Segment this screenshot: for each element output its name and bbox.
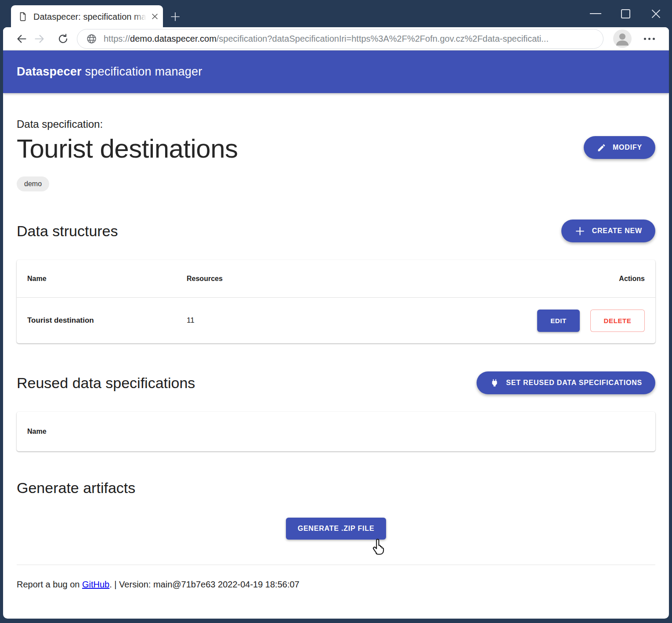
page-content: Data specification: Tourist destinations… <box>3 93 669 607</box>
table-header-row: Name Resources Actions <box>17 260 655 297</box>
footer-text: Report a bug on GitHub. | Version: main@… <box>17 580 655 607</box>
column-resources: Resources <box>187 275 619 283</box>
edit-button[interactable]: EDIT <box>537 310 580 332</box>
url-text: https://demo.dataspecer.com/specificatio… <box>104 34 549 44</box>
plus-icon <box>170 11 181 22</box>
version-text: . | Version: main@71b7e63 2022-04-19 18:… <box>109 580 299 589</box>
app-brand: Dataspecer <box>17 65 82 79</box>
avatar-icon <box>613 29 632 48</box>
reused-specs-heading: Reused data specifications <box>17 375 195 392</box>
reused-specs-table: Name <box>17 412 655 451</box>
create-new-button[interactable]: CREATE NEW <box>561 220 655 242</box>
url-scheme: https:// <box>104 34 130 43</box>
delete-button[interactable]: DELETE <box>590 310 645 332</box>
browser-tab[interactable]: Dataspecer: specification manage <box>11 5 163 28</box>
browser-window-body: https://demo.dataspecer.com/specificatio… <box>3 27 669 619</box>
app-header: Dataspecer specification manager <box>3 50 669 93</box>
data-structures-table: Name Resources Actions Tourist destinati… <box>17 260 655 343</box>
generate-zip-button-label: GENERATE .ZIP FILE <box>298 525 375 532</box>
generate-artifacts-heading: Generate artifacts <box>17 479 135 497</box>
profile-button[interactable] <box>613 29 632 48</box>
set-reused-button[interactable]: SET REUSED DATA SPECIFICATIONS <box>477 371 655 394</box>
globe-icon <box>86 33 97 44</box>
browser-menu-button[interactable] <box>644 38 655 40</box>
arrow-right-icon <box>33 33 45 45</box>
document-icon <box>18 11 28 22</box>
ellipsis-icon <box>644 38 646 40</box>
row-resources: 11 <box>187 316 537 325</box>
table-header-row: Name <box>17 412 655 451</box>
reload-icon <box>57 33 69 45</box>
column-name: Name <box>27 428 47 436</box>
maximize-icon <box>621 9 630 18</box>
generate-zip-button[interactable]: GENERATE .ZIP FILE <box>286 518 387 540</box>
new-tab-button[interactable] <box>168 10 182 24</box>
footer-divider <box>17 565 655 565</box>
report-bug-text: Report a bug on <box>17 580 82 589</box>
modify-button[interactable]: MODIFY <box>584 136 655 159</box>
create-new-button-label: CREATE NEW <box>592 227 642 235</box>
reload-button[interactable] <box>54 30 72 47</box>
back-button[interactable] <box>13 30 30 47</box>
window-controls <box>580 0 671 27</box>
plug-icon <box>490 378 499 388</box>
spec-label: Data specification: <box>17 118 238 130</box>
set-reused-button-label: SET REUSED DATA SPECIFICATIONS <box>506 379 642 387</box>
plus-icon <box>574 226 585 237</box>
column-actions: Actions <box>619 275 645 283</box>
modify-button-label: MODIFY <box>613 144 642 151</box>
url-path: /specification?dataSpecificationIri=http… <box>217 34 549 43</box>
column-name: Name <box>27 275 187 283</box>
arrow-left-icon <box>16 33 28 45</box>
minimize-button[interactable] <box>580 0 611 27</box>
browser-toolbar: https://demo.dataspecer.com/specificatio… <box>3 27 669 50</box>
pencil-icon <box>597 143 606 152</box>
tab-title: Dataspecer: specification manage <box>33 11 148 22</box>
hand-cursor-icon <box>370 536 389 558</box>
url-host: demo.dataspecer.com <box>130 34 217 43</box>
tab-close-icon[interactable] <box>151 13 159 20</box>
close-icon <box>650 8 662 20</box>
page-title: Tourist destinations <box>17 133 238 164</box>
data-structures-heading: Data structures <box>17 223 118 240</box>
row-name: Tourist destination <box>27 316 187 325</box>
app-subtitle: specification manager <box>85 65 202 79</box>
minimize-icon <box>590 13 601 14</box>
maximize-button[interactable] <box>611 0 641 27</box>
spec-tag-chip: demo <box>17 176 49 191</box>
address-bar[interactable]: https://demo.dataspecer.com/specificatio… <box>77 29 603 49</box>
close-button[interactable] <box>641 0 671 27</box>
github-link[interactable]: GitHub <box>82 580 109 589</box>
forward-button[interactable] <box>30 30 48 47</box>
table-row: Tourist destination 11 EDIT DELETE <box>17 297 655 343</box>
